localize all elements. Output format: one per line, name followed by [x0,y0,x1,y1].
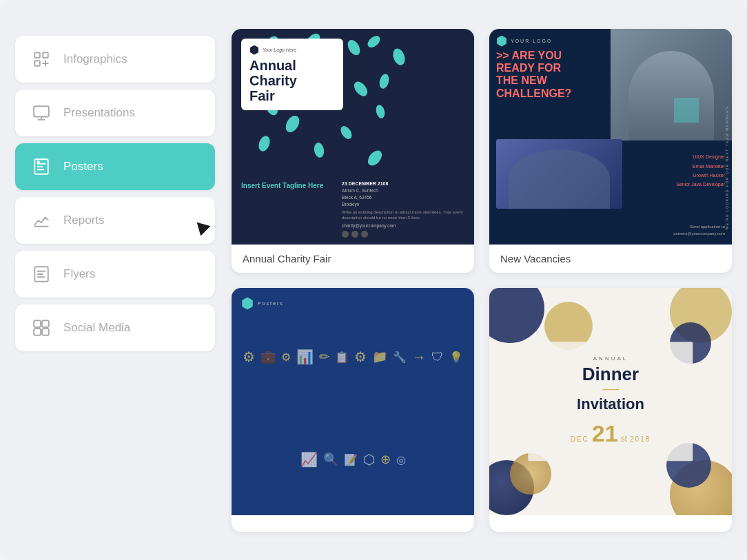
sidebar-label-infographics: Infographics [63,52,127,66]
card-tools-label [232,515,474,532]
svg-point-5 [37,160,39,163]
dinner-date: DEC 21 st 2018 [544,420,676,447]
sidebar-item-flyers[interactable]: Flyers [15,251,215,298]
content-grid: Your Logo Here Annual Charity Fair [232,15,732,546]
sidebar: Infographics Presentations [15,15,215,546]
card-dinner-invitation[interactable]: ANNUAL Dinner Invitation DEC 21 st 2018 [489,288,732,532]
flyers-icon [30,263,52,285]
card-charity-label: Annual Charity Fair [232,245,474,273]
charity-desc: Write an enticing description to attract… [342,209,464,221]
infographics-icon [30,48,52,70]
sidebar-label-flyers: Flyers [63,267,95,281]
charity-date: 23 DECEMBER 2108 [342,181,464,186]
svg-rect-14 [42,329,49,335]
sidebar-label-presentations: Presentations [63,106,135,120]
svg-rect-2 [34,61,40,66]
svg-rect-0 [34,52,40,58]
vac-headline: >> ARE YOU READY FOR THE NEW CHALLENGE? [496,50,630,101]
social-media-icon [30,317,52,339]
sidebar-item-infographics[interactable]: Infographics [15,36,215,83]
svg-rect-11 [34,320,41,327]
charity-logo-text: Your Logo Here [263,48,296,52]
svg-rect-3 [34,106,49,116]
dinner-content: ANNUAL Dinner Invitation DEC 21 st 2018 [528,342,693,462]
card-dinner-preview: ANNUAL Dinner Invitation DEC 21 st 2018 [489,288,732,515]
card-vacancies-preview: YOUR LOGO >> ARE YOU READY FOR THE NEW C… [489,29,732,245]
card-vacancies-label: New Vacancies [489,245,732,273]
vac-roles: UIUX Designer Email Marketer Growth Hack… [676,152,725,189]
vac-logo-text: YOUR LOGO [511,39,552,43]
presentations-icon [30,102,52,124]
dinner-invitation-text: Invitation [544,395,676,413]
card-dinner-label [489,515,732,532]
sidebar-item-reports[interactable]: Reports [15,197,215,244]
card-tools-poster[interactable]: Posters ⚙ 💼 ⚙ 📊 ✏ 📋 ⚙ 📁 🔧 [232,288,474,532]
svg-rect-12 [42,320,49,327]
sidebar-label-social-media: Social Media [63,321,130,335]
tools-icons-container: ⚙ 💼 ⚙ 📊 ✏ 📋 ⚙ 📁 🔧 → 🛡 💡 � [232,288,474,515]
vac-side-text: WE'RE LOOKING FOR OUR NEXT TEAM MEMBERS. [725,104,729,229]
charity-venue: Atrium C, Suntech Block A, 62456 Brookly… [342,187,464,207]
sidebar-item-posters[interactable]: Posters [15,143,215,190]
dinner-title-text: Dinner [544,364,676,384]
card-charity-fair[interactable]: Your Logo Here Annual Charity Fair [232,29,474,273]
dinner-annual-text: ANNUAL [544,355,676,362]
svg-rect-1 [43,52,48,58]
charity-title: Annual Charity Fair [249,58,335,103]
card-new-vacancies[interactable]: YOUR LOGO >> ARE YOU READY FOR THE NEW C… [489,29,732,273]
card-tools-preview: Posters ⚙ 💼 ⚙ 📊 ✏ 📋 ⚙ 📁 🔧 [232,288,474,515]
charity-tagline: Insert Event Tagline Here [241,181,335,190]
sidebar-label-reports: Reports [63,214,105,227]
sidebar-item-social-media[interactable]: Social Media [15,304,215,351]
reports-icon [30,209,52,231]
vac-apply: Send application to careers@yourcompany.… [673,224,725,237]
svg-rect-13 [34,329,41,335]
posters-icon [30,156,52,178]
sidebar-item-presentations[interactable]: Presentations [15,90,215,136]
sidebar-label-posters: Posters [63,160,103,174]
charity-email: charity@yourcompany.com [342,223,464,228]
card-charity-preview: Your Logo Here Annual Charity Fair [232,29,474,245]
